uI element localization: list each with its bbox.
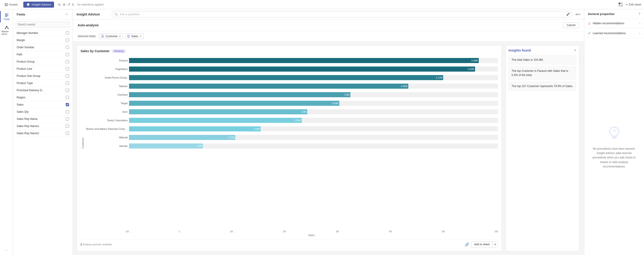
bar-track: 2.81M xyxy=(129,118,498,123)
field-label: Sales Qty xyxy=(16,110,66,113)
field-checkbox[interactable] xyxy=(66,110,69,113)
svg-rect-10 xyxy=(5,15,8,15)
language-selector[interactable]: en ▾ xyxy=(576,13,580,16)
bar-row: Paracel5.69M xyxy=(86,57,498,65)
fields-search-input[interactable] xyxy=(16,22,70,28)
svg-rect-3 xyxy=(6,5,8,6)
field-checkbox[interactable] xyxy=(66,96,69,99)
field-tag-sales: ☰ Sales × xyxy=(125,34,144,39)
bar-track: 2.14M xyxy=(129,126,498,131)
link-icon[interactable]: 🔗 xyxy=(465,242,469,247)
search-input[interactable] xyxy=(120,13,564,16)
bar-label: Paracel xyxy=(86,59,128,62)
bar-track: 1.2M xyxy=(129,143,498,148)
sidebar-item-fields[interactable]: Fields xyxy=(0,11,13,23)
bar-track: 3.6M xyxy=(129,92,498,97)
master-items-label: Master items xyxy=(2,30,12,35)
sidebar-collapse[interactable]: ← xyxy=(5,248,8,255)
fields-icon xyxy=(4,13,9,18)
remove-customer-tag[interactable]: × xyxy=(119,35,121,38)
field-checkbox[interactable] xyxy=(66,89,69,92)
sales-field-icon: ☰ xyxy=(127,35,130,38)
field-checkbox[interactable] xyxy=(66,82,69,85)
top-bar: Assets Insight Advisor ⊖ ⊕ ↺ ℹ No select… xyxy=(0,0,644,9)
field-checkbox[interactable] xyxy=(66,60,69,63)
bar-label: Deak-Perera Group. xyxy=(86,76,128,79)
help-icon[interactable]: ? xyxy=(638,12,640,16)
scroll-up-indicator[interactable] xyxy=(64,12,69,17)
fields-sidebar-label: Fields xyxy=(4,18,10,21)
field-checkbox[interactable] xyxy=(66,74,69,78)
field-checkbox[interactable] xyxy=(66,117,69,121)
add-to-sheet-button[interactable]: Add to sheet ▾ xyxy=(471,241,498,247)
insights-close-button[interactable]: × xyxy=(574,48,576,53)
x-axis-tick: 0 xyxy=(179,230,180,233)
svg-point-20 xyxy=(610,127,618,136)
field-checkbox[interactable] xyxy=(66,39,69,42)
field-checkbox[interactable] xyxy=(66,32,69,35)
bar-track: 5.11M xyxy=(129,75,498,80)
bar-chart-area: Customer Paracel5.69MPageWave5.63MDeak-P… xyxy=(80,57,498,229)
bar-value: 5.63M xyxy=(468,68,474,71)
bar-label: Tandy Corporation xyxy=(86,119,128,122)
svg-line-16 xyxy=(5,27,7,28)
field-checkbox[interactable] xyxy=(66,46,69,49)
bar-chart: Customer Paracel5.69MPageWave5.63MDeak-P… xyxy=(80,57,498,236)
bar-track: 1.73M xyxy=(129,135,498,140)
svg-rect-1 xyxy=(6,3,8,4)
mic-icon[interactable]: 🎤 xyxy=(566,13,570,16)
learned-rec-label: Learned recommendations xyxy=(593,32,626,35)
insight-advisor-nav[interactable]: Insight Advisor xyxy=(23,2,54,8)
field-item: Product Line xyxy=(13,65,73,73)
selected-fields-row: Selected fields: ☰ Customer × ☰ Sales × xyxy=(73,31,584,42)
bar-track: 5.69M xyxy=(129,58,498,63)
assets-label: Assets xyxy=(9,3,18,6)
search-input-wrap: 🎤 xyxy=(112,11,573,17)
chart-inner: Paracel5.69MPageWave5.63MDeak-Perera Gro… xyxy=(86,57,498,229)
svg-rect-0 xyxy=(5,3,6,4)
field-checkbox[interactable] xyxy=(66,125,69,128)
bar-row: Acer2.9M xyxy=(86,108,498,116)
analysis-body: Sales by Customer Ranking Customer Parac… xyxy=(73,42,584,255)
field-checkbox[interactable] xyxy=(66,132,69,135)
edit-sheet-label: Edit sheet xyxy=(629,3,641,6)
field-checkbox[interactable] xyxy=(66,103,69,106)
x-axis-tick: 3M xyxy=(336,230,339,233)
field-checkbox[interactable] xyxy=(66,53,69,56)
edit-sheet-button[interactable]: ✏ Edit sheet xyxy=(626,3,641,6)
sidebar-item-master[interactable]: Master items xyxy=(0,23,13,37)
info-icon[interactable]: ℹ xyxy=(72,2,74,7)
bar-fill: 1.2M xyxy=(129,143,203,148)
customer-tag-label: Customer xyxy=(106,35,118,38)
add-to-sheet-label: Add to sheet xyxy=(471,241,492,247)
svg-rect-2 xyxy=(5,5,6,6)
view-toggle[interactable] xyxy=(618,2,623,7)
field-item: Product Type xyxy=(13,80,73,87)
hidden-recommendations-section[interactable]: ⚠ Hidden recommendations › xyxy=(584,19,644,28)
zoom-icon[interactable]: ⊕ xyxy=(62,2,66,7)
chart-footer: ℹ Analysis periods available 🔗 Add to sh… xyxy=(80,239,498,247)
remove-sales-tag[interactable]: × xyxy=(140,35,142,38)
bar-label: Matradi xyxy=(86,136,128,139)
x-axis-label: Sales xyxy=(125,234,498,236)
right-panel: General properties ? ⚠ Hidden recommenda… xyxy=(584,9,644,255)
main-layout: Fields Master items ← Fields xyxy=(0,9,644,255)
learned-recommendations-section[interactable]: ✓ Learned recommendations › xyxy=(584,28,644,38)
zoom-out-icon[interactable]: ⊖ xyxy=(58,2,61,7)
field-item: Sales xyxy=(13,101,73,108)
bar-value: 5.69M xyxy=(471,59,478,62)
insight-icon xyxy=(26,3,30,7)
bar-label: Boston and Albany Railroad Company xyxy=(86,128,128,130)
bar-value: 1.2M xyxy=(197,145,202,147)
auto-analysis-title: Auto-analysis xyxy=(78,23,99,27)
assets-nav[interactable]: Assets xyxy=(3,2,20,7)
bar-track: 2.9M xyxy=(129,109,498,114)
cancel-button[interactable]: Cancel xyxy=(563,22,579,28)
search-bar-row: Insight Advisor 🎤 en ▾ xyxy=(73,9,584,20)
bar-label: Target xyxy=(86,102,128,105)
field-checkbox[interactable] xyxy=(66,67,69,71)
refresh-icon[interactable]: ↺ xyxy=(68,2,70,7)
bar-value: 2.14M xyxy=(254,128,260,130)
add-to-sheet-dropdown[interactable]: ▾ xyxy=(492,241,498,247)
bar-label: Userland xyxy=(86,93,128,96)
